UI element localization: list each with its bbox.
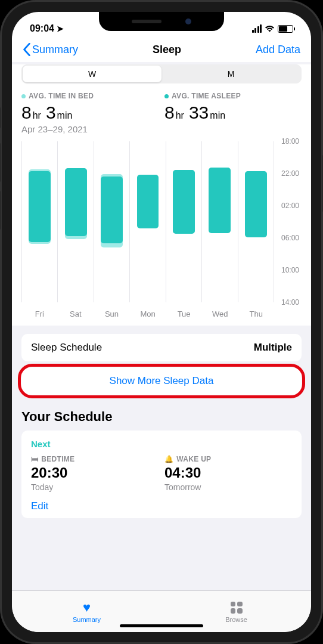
schedule-next-label: Next xyxy=(31,439,292,449)
asleep-min: 33 xyxy=(189,103,209,122)
bed-icon: 🛏 xyxy=(31,455,38,463)
wakeup-block: 🔔 WAKE UP 04:30 Tomorrow xyxy=(164,455,292,492)
in-bed-min: 3 xyxy=(46,103,56,122)
asleep-label: AVG. TIME ASLEEP xyxy=(172,92,241,100)
xaxis-label: Sun xyxy=(94,309,130,318)
asleep-bar xyxy=(173,170,195,234)
xaxis-label: Fri xyxy=(21,309,58,318)
asleep-bar xyxy=(137,175,159,228)
asleep-bar xyxy=(101,177,123,244)
bedtime-block: 🛏 BEDTIME 20:30 Today xyxy=(31,455,159,492)
asleep-bar xyxy=(245,171,267,237)
in-bed-dot xyxy=(21,94,26,98)
home-indicator[interactable] xyxy=(120,624,203,627)
add-data-button[interactable]: Add Data xyxy=(256,44,300,56)
back-label: Summary xyxy=(32,44,78,56)
location-icon: ➤ xyxy=(57,24,64,33)
metric-asleep: AVG. TIME ASLEEP 8hr33min xyxy=(164,92,302,134)
asleep-bar xyxy=(29,171,51,242)
xaxis-label: Sat xyxy=(58,309,94,318)
in-bed-label: AVG. TIME IN BED xyxy=(29,92,94,100)
nav-bar: Summary Sleep Add Data xyxy=(12,38,311,62)
sleep-schedule-row[interactable]: Sleep Schedule Multiple xyxy=(21,334,302,361)
sleep-chart: 18:0022:0002:0006:0010:0014:00 xyxy=(21,141,302,306)
bell-icon: 🔔 xyxy=(164,455,173,463)
show-more-sleep-data-button[interactable]: Show More Sleep Data xyxy=(21,367,302,395)
status-time: 09:04 xyxy=(30,23,54,34)
schedule-card: Next 🛏 BEDTIME 20:30 Today 🔔 WAKE UP xyxy=(21,431,302,518)
asleep-dot xyxy=(164,94,169,98)
chart-col-tue xyxy=(166,141,202,302)
xaxis-label: Mon xyxy=(130,309,166,318)
chart-col-fri xyxy=(22,141,58,302)
chart-xaxis: FriSatSunMonTueWedThu xyxy=(21,309,274,326)
cellular-icon xyxy=(252,24,262,33)
page-title: Sleep xyxy=(153,44,181,56)
chart-col-wed xyxy=(202,141,238,302)
chart-col-sun xyxy=(94,141,130,302)
wakeup-value: 04:30 xyxy=(164,465,292,481)
volume-down-button xyxy=(0,191,1,230)
wakeup-day: Tomorrow xyxy=(164,482,292,492)
tab-browse-label: Browse xyxy=(225,616,247,623)
bedtime-value: 20:30 xyxy=(31,465,159,481)
screen: 09:04 ➤ Summary Sleep Add Data W M xyxy=(12,12,311,632)
segment-week[interactable]: W xyxy=(23,66,162,82)
device-frame: 09:04 ➤ Summary Sleep Add Data W M xyxy=(0,0,323,644)
xaxis-label: Wed xyxy=(202,309,238,318)
sleep-schedule-value: Multiple xyxy=(254,342,292,354)
segmented-control[interactable]: W M xyxy=(21,64,302,83)
sleep-schedule-label: Sleep Schedule xyxy=(31,342,102,354)
bedtime-label: BEDTIME xyxy=(41,455,74,463)
chart-col-mon xyxy=(130,141,166,302)
asleep-bar xyxy=(65,168,87,236)
asleep-hr: 8 xyxy=(164,103,175,122)
bedtime-day: Today xyxy=(31,482,159,492)
mute-switch xyxy=(0,107,1,128)
xaxis-label: Tue xyxy=(166,309,202,318)
notch xyxy=(99,12,224,31)
metric-in-bed: AVG. TIME IN BED 8hr3min Apr 23–29, 2021 xyxy=(21,92,159,134)
sleep-card: W M AVG. TIME IN BED 8hr3min Apr 23–29, … xyxy=(12,64,311,326)
grid-icon xyxy=(231,602,243,614)
chart-col-thu xyxy=(238,141,274,302)
wakeup-label: WAKE UP xyxy=(176,455,211,463)
chevron-left-icon xyxy=(23,43,31,56)
chart-col-sat xyxy=(58,141,94,302)
show-more-wrap: Show More Sleep Data xyxy=(21,367,302,395)
heart-icon: ♥ xyxy=(83,600,91,615)
asleep-bar xyxy=(209,168,231,233)
date-range: Apr 23–29, 2021 xyxy=(21,124,159,134)
volume-up-button xyxy=(0,143,1,182)
xaxis-label: Thu xyxy=(238,309,274,318)
edit-schedule-button[interactable]: Edit xyxy=(31,500,292,512)
in-bed-hr: 8 xyxy=(21,103,32,122)
your-schedule-title: Your Schedule xyxy=(12,395,311,431)
wifi-icon xyxy=(265,25,275,33)
back-button[interactable]: Summary xyxy=(23,43,78,56)
segment-month[interactable]: M xyxy=(162,66,300,82)
tab-summary-label: Summary xyxy=(73,616,101,623)
chart-area xyxy=(21,141,274,302)
chart-yaxis: 18:0022:0002:0006:0010:0014:00 xyxy=(274,141,302,302)
content-scroll[interactable]: W M AVG. TIME IN BED 8hr3min Apr 23–29, … xyxy=(12,62,311,590)
battery-icon xyxy=(278,25,293,33)
metrics-row: AVG. TIME IN BED 8hr3min Apr 23–29, 2021… xyxy=(21,92,302,134)
